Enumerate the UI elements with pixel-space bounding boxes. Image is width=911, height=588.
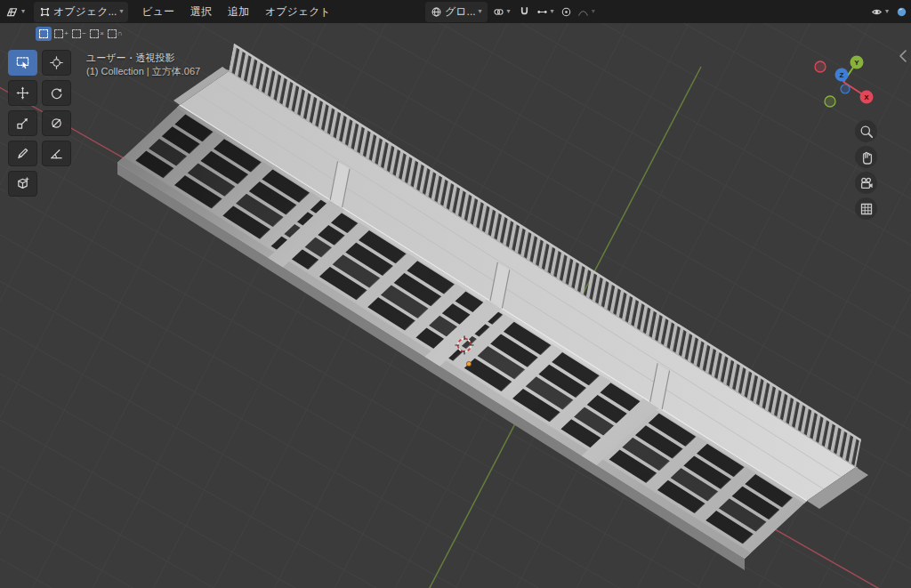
mode-select[interactable]: オブジェク... ▾	[34, 2, 128, 22]
menu-select[interactable]: 選択	[182, 1, 220, 23]
camera-icon	[859, 176, 874, 190]
measure-icon	[50, 147, 63, 160]
tool-bar	[8, 50, 71, 197]
dashed-box-icon	[72, 29, 81, 38]
orientation-label: グロ...	[445, 4, 476, 20]
snap-toggle[interactable]	[516, 4, 533, 20]
dashed-box-icon	[90, 29, 99, 38]
gizmo-axis-neg-x[interactable]	[815, 61, 826, 72]
view-mode-label: ユーザー・透視投影	[86, 52, 200, 65]
select-mode-invert[interactable]: ×	[89, 27, 105, 41]
gizmo-x-label: X	[864, 93, 869, 101]
rotate-icon	[50, 86, 63, 100]
invert-glyph: ×	[100, 30, 104, 37]
menu-add[interactable]: 追加	[220, 1, 257, 23]
chevron-left-icon	[897, 48, 909, 64]
tool-measure[interactable]	[42, 141, 71, 166]
camera-view-button[interactable]	[855, 172, 877, 194]
chevron-down-icon: ▾	[551, 8, 554, 15]
header-right-group: ▾	[866, 0, 911, 23]
blender-window: ユーザー・透視投影 (1) Collection | 立方体.067 ▾ オブジ…	[0, 0, 911, 588]
gizmo-axis-z[interactable]: Z	[835, 68, 849, 82]
gizmo-axis-y[interactable]: Y	[851, 56, 864, 69]
menu-object[interactable]: オブジェクト	[257, 1, 339, 23]
magnet-icon	[519, 6, 530, 18]
snap-target-icon	[536, 6, 548, 18]
gizmo-axis-neg-z[interactable]	[841, 85, 850, 93]
select-box-icon	[16, 56, 29, 69]
tool-move[interactable]	[8, 80, 37, 106]
pivot-point-icon	[493, 6, 504, 18]
header-bar: ▾ オブジェク... ▾ ビュー 選択 追加 オブジェクト	[0, 0, 911, 23]
transform-icon	[50, 117, 63, 130]
zoom-button[interactable]	[855, 120, 877, 142]
dashed-box-icon	[54, 29, 63, 38]
overlays-dropdown[interactable]: ▾	[866, 4, 894, 20]
grid-ortho-icon	[859, 202, 874, 216]
intersect-glyph: ∩	[117, 30, 123, 37]
navigation-gizmo[interactable]: Y Z X	[803, 42, 883, 122]
header-menus: ビュー 選択 追加 オブジェクト	[133, 1, 338, 23]
scale-icon	[16, 117, 29, 130]
gizmo-axis-neg-y[interactable]	[825, 96, 835, 107]
magnifier-icon	[859, 125, 874, 139]
viewport-editor-icon	[5, 5, 19, 19]
dashed-box-icon	[108, 29, 117, 38]
model-facade[interactable]	[117, 105, 807, 559]
proportional-editing-icon	[560, 6, 572, 18]
dashed-box-icon	[39, 29, 48, 38]
viewport-info: ユーザー・透視投影 (1) Collection | 立方体.067	[86, 52, 200, 78]
select-mode-extend[interactable]: +	[53, 27, 69, 41]
plus-glyph: +	[64, 30, 69, 37]
tool-transform[interactable]	[42, 110, 71, 136]
gizmo-y-label: Y	[854, 59, 859, 67]
select-mode-subtract[interactable]: −	[71, 27, 87, 41]
orientation-dropdown[interactable]: グロ... ▾	[425, 2, 488, 22]
snap-with-dropdown[interactable]: ▾	[533, 4, 558, 20]
add-cube-icon	[16, 177, 29, 190]
chevron-down-icon: ▾	[479, 8, 482, 15]
gizmo-z-label: Z	[840, 71, 844, 79]
mode-label: オブジェク...	[53, 4, 117, 20]
tool-cursor[interactable]	[42, 50, 71, 76]
chevron-down-icon: ▾	[119, 8, 123, 15]
menu-view[interactable]: ビュー	[133, 1, 182, 23]
shading-mode-button[interactable]	[894, 4, 909, 20]
model-deck-top[interactable]	[180, 71, 856, 501]
tool-scale[interactable]	[8, 110, 37, 136]
object-mode-icon	[39, 6, 51, 18]
falloff-curve-icon	[577, 6, 589, 18]
chevron-down-icon: ▾	[507, 8, 511, 15]
hand-icon	[859, 150, 874, 165]
chevron-down-icon: ▾	[592, 8, 595, 15]
tool-select-box[interactable]	[8, 50, 37, 76]
3d-cursor-icon	[50, 56, 63, 69]
gizmo-axis-x[interactable]: X	[860, 91, 874, 104]
pivot-dropdown[interactable]: ▾	[488, 4, 516, 20]
select-mode-intersect[interactable]: ∩	[107, 27, 123, 41]
sidebar-toggle[interactable]	[895, 46, 911, 66]
falloff-dropdown[interactable]: ▾	[575, 4, 598, 20]
select-mode-new[interactable]	[36, 27, 52, 41]
move-icon	[16, 86, 29, 100]
object-origin-dot[interactable]	[466, 361, 471, 366]
globe-icon	[431, 6, 442, 18]
active-object-breadcrumb: (1) Collection | 立方体.067	[86, 65, 200, 78]
tool-add-cube[interactable]	[8, 171, 37, 197]
chevron-down-icon: ▾	[885, 8, 889, 15]
viewport-canvas[interactable]	[0, 0, 911, 588]
chevron-down-icon: ▾	[21, 8, 25, 15]
editor-type-button[interactable]: ▾	[0, 3, 30, 21]
shading-solid-icon	[896, 6, 907, 18]
proportional-editing-toggle[interactable]	[558, 4, 575, 20]
viewport-nav-buttons	[855, 120, 877, 220]
tool-annotate[interactable]	[8, 141, 37, 166]
eye-icon	[871, 6, 883, 18]
select-mode-options: + − × ∩	[36, 27, 123, 41]
header-center-group: グロ... ▾ ▾ ▾	[425, 0, 598, 23]
ortho-toggle-button[interactable]	[855, 197, 877, 220]
annotate-pencil-icon	[16, 147, 29, 160]
tool-rotate[interactable]	[42, 80, 71, 106]
pan-button[interactable]	[855, 146, 877, 168]
minus-glyph: −	[82, 30, 86, 37]
